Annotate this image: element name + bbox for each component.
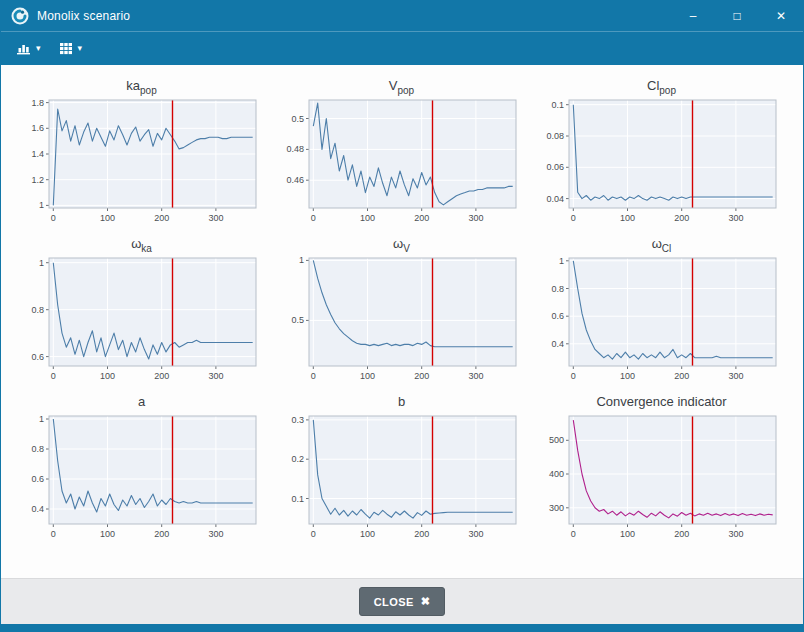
window-title: Monolix scenario xyxy=(37,9,130,23)
svg-text:100: 100 xyxy=(360,213,375,223)
window-controls: – □ ✕ xyxy=(671,1,803,31)
chart-title-sub: pop xyxy=(140,85,157,96)
chart-canvas-holder: 3004005000100200300 xyxy=(539,411,784,541)
svg-text:0.6: 0.6 xyxy=(551,311,564,321)
chart-title-main: a xyxy=(138,394,145,409)
chart-panel: ωCl 0.40.60.810100200300 xyxy=(539,235,784,383)
chart-panel: Vpop 0.460.480.50100200300 xyxy=(279,77,524,225)
svg-text:0.6: 0.6 xyxy=(31,352,44,362)
chart-title-sub: pop xyxy=(397,85,414,96)
chart-canvas-holder: 0.510100200300 xyxy=(279,253,524,383)
chart-title-sub: Cl xyxy=(662,243,671,254)
svg-text:200: 200 xyxy=(414,529,429,539)
close-window-button[interactable]: ✕ xyxy=(759,1,803,31)
bar-chart-icon xyxy=(16,42,31,55)
chart-title: ωCl xyxy=(539,235,784,253)
chart-title: a xyxy=(19,393,264,411)
charts-area: kapop 11.21.41.61.80100200300 Vpop 0.460… xyxy=(1,65,803,578)
caret-down-icon: ▾ xyxy=(78,44,83,53)
svg-text:100: 100 xyxy=(100,213,115,223)
chart-title: b xyxy=(279,393,524,411)
svg-text:0: 0 xyxy=(571,213,576,223)
svg-text:200: 200 xyxy=(674,213,689,223)
chart-canvas: 0.40.60.810100200300 xyxy=(19,411,264,541)
svg-text:0.8: 0.8 xyxy=(551,284,564,294)
toolbar: ▾ ▾ xyxy=(1,31,803,65)
svg-text:200: 200 xyxy=(674,529,689,539)
svg-text:0.5: 0.5 xyxy=(291,315,304,325)
svg-text:0.1: 0.1 xyxy=(551,100,564,110)
svg-text:100: 100 xyxy=(100,371,115,381)
chart-canvas: 0.10.20.30100200300 xyxy=(279,411,524,541)
svg-text:0.8: 0.8 xyxy=(31,305,44,315)
svg-text:0.08: 0.08 xyxy=(546,131,564,141)
svg-text:0: 0 xyxy=(311,213,316,223)
svg-text:1.8: 1.8 xyxy=(31,98,44,108)
chart-title: Clpop xyxy=(539,77,784,95)
close-scenario-button[interactable]: CLOSE ✖ xyxy=(359,587,446,616)
chart-canvas: 3004005000100200300 xyxy=(539,411,784,541)
svg-text:1: 1 xyxy=(39,200,44,210)
svg-text:1.4: 1.4 xyxy=(31,149,44,159)
chart-canvas-holder: 0.60.810100200300 xyxy=(19,253,264,383)
chart-canvas: 11.21.41.61.80100200300 xyxy=(19,95,264,225)
svg-text:1.6: 1.6 xyxy=(31,123,44,133)
chart-title-sub: pop xyxy=(659,85,676,96)
svg-text:1: 1 xyxy=(39,414,44,424)
chart-title: Vpop xyxy=(279,77,524,95)
svg-text:200: 200 xyxy=(414,371,429,381)
chart-panel: Clpop 0.040.060.080.10100200300 xyxy=(539,77,784,225)
svg-text:0.8: 0.8 xyxy=(31,444,44,454)
svg-text:0: 0 xyxy=(571,371,576,381)
svg-text:0: 0 xyxy=(311,371,316,381)
svg-text:300: 300 xyxy=(728,529,743,539)
svg-text:200: 200 xyxy=(154,213,169,223)
chart-title-main: ka xyxy=(126,78,140,93)
svg-text:100: 100 xyxy=(620,529,635,539)
grid-icon xyxy=(59,42,73,55)
svg-text:200: 200 xyxy=(154,371,169,381)
chart-canvas-holder: 0.460.480.50100200300 xyxy=(279,95,524,225)
svg-text:300: 300 xyxy=(728,213,743,223)
maximize-button[interactable]: □ xyxy=(715,1,759,31)
chart-title: ωka xyxy=(19,235,264,253)
chart-canvas: 0.510100200300 xyxy=(279,253,524,383)
minimize-button[interactable]: – xyxy=(671,1,715,31)
svg-text:0.4: 0.4 xyxy=(31,504,44,514)
svg-text:300: 300 xyxy=(468,371,483,381)
svg-text:0.4: 0.4 xyxy=(551,339,564,349)
svg-text:0: 0 xyxy=(51,371,56,381)
chart-title-main: b xyxy=(398,394,405,409)
svg-text:0: 0 xyxy=(571,529,576,539)
chart-panel: ωV 0.510100200300 xyxy=(279,235,524,383)
chart-settings-button[interactable]: ▾ xyxy=(9,37,48,60)
chart-canvas: 0.40.60.810100200300 xyxy=(539,253,784,383)
svg-text:0.3: 0.3 xyxy=(291,415,304,425)
charts-grid: kapop 11.21.41.61.80100200300 Vpop 0.460… xyxy=(19,77,785,541)
chart-title-main: Convergence indicator xyxy=(596,394,726,409)
layout-grid-button[interactable]: ▾ xyxy=(52,37,90,60)
close-x-icon: ✖ xyxy=(421,595,431,608)
svg-text:300: 300 xyxy=(728,371,743,381)
chart-canvas-holder: 0.10.20.30100200300 xyxy=(279,411,524,541)
svg-text:300: 300 xyxy=(208,213,223,223)
svg-text:0.2: 0.2 xyxy=(291,454,304,464)
svg-text:0.06: 0.06 xyxy=(546,162,564,172)
chart-title-sub: ka xyxy=(141,243,152,254)
window-bottom-border xyxy=(1,624,803,631)
monolix-window: Monolix scenario – □ ✕ ▾ xyxy=(0,0,804,632)
svg-text:0.04: 0.04 xyxy=(546,194,564,204)
svg-text:0: 0 xyxy=(311,529,316,539)
svg-text:100: 100 xyxy=(100,529,115,539)
chart-canvas-holder: 0.40.60.810100200300 xyxy=(539,253,784,383)
svg-text:0: 0 xyxy=(51,213,56,223)
chart-title-main: Cl xyxy=(647,78,659,93)
svg-text:200: 200 xyxy=(674,371,689,381)
svg-text:0.5: 0.5 xyxy=(291,114,304,124)
chart-canvas-holder: 11.21.41.61.80100200300 xyxy=(19,95,264,225)
svg-text:0: 0 xyxy=(51,529,56,539)
svg-text:1.2: 1.2 xyxy=(31,175,44,185)
title-bar: Monolix scenario – □ ✕ xyxy=(1,1,803,31)
footer-bar: CLOSE ✖ xyxy=(1,578,803,624)
svg-text:1: 1 xyxy=(39,258,44,268)
